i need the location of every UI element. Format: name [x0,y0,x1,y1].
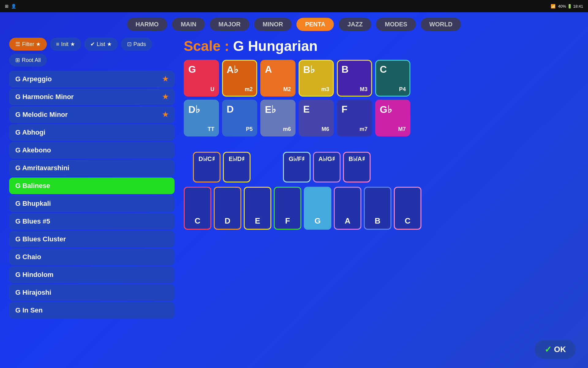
check-icon: ✓ [545,344,552,355]
list-item[interactable]: G Balinese [9,178,175,194]
nav-tabs: HARMO MAIN MAJOR MINOR PENTA JAZZ MODES … [0,12,588,35]
list-icon: ✔ [90,41,95,48]
tab-penta[interactable]: PENTA [296,18,334,31]
user-icon: 👤 [11,4,16,9]
black-key-DbCs[interactable]: D♭/C♯ [193,152,221,182]
note-card-Gb[interactable]: G♭ M7 [375,100,410,136]
status-bar: ⊞ 👤 📶 40% 🔋 18:41 [0,0,588,12]
tab-harmo[interactable]: HARMO [127,18,168,31]
white-key-C1[interactable]: C [184,187,211,230]
top-note-grid: G U A♭ m2 A M2 B♭ m3 B M3 C P4 [184,60,579,97]
main-layout: ☰ Filter ★ ≡ Init ★ ✔ List ★ ⊡ Pads ⊞ Ro… [0,35,588,366]
note-card-Eb[interactable]: E♭ m6 [260,100,296,136]
pads-button[interactable]: ⊡ Pads [121,38,152,51]
list-item[interactable]: G Melodic Minor★ [9,106,175,123]
white-key-C2[interactable]: C [394,187,421,230]
note-card-F[interactable]: F m7 [337,100,372,136]
note-card-Bb[interactable]: B♭ m3 [299,60,334,97]
list-item[interactable]: G Abhogi [9,124,175,141]
pads-icon: ⊡ [127,41,132,48]
list-item[interactable]: G Hirajoshi [9,284,175,301]
tab-major[interactable]: MAJOR [210,18,249,31]
note-card-A[interactable]: A M2 [260,60,296,97]
note-card-Db[interactable]: D♭ TT [184,100,219,136]
white-keys-row: C D E F G A B C [184,187,421,230]
rootall-icon: ⊞ [15,57,20,63]
piano-area: D♭/C♯ E♭/D♯ G♭/F♯ A♭/G♯ B♭/A♯ C D E F G … [184,152,579,230]
wifi-icon: 📶 [551,4,556,9]
list-item[interactable]: G Akebono [9,142,175,159]
white-key-D[interactable]: D [214,187,241,230]
black-key-GbFs[interactable]: G♭/F♯ [283,152,311,182]
status-right: 📶 40% 🔋 18:41 [551,4,583,9]
app-icon: ⊞ [5,4,9,9]
ok-button[interactable]: ✓ OK [535,340,576,359]
list-item[interactable]: G Harmonic Minor★ [9,89,175,105]
list-item[interactable]: G Bhupkali [9,195,175,212]
white-key-F[interactable]: F [274,187,301,230]
black-key-AbGs[interactable]: A♭/G♯ [313,152,341,182]
list-item[interactable]: G Blues #5 [9,213,175,230]
rootall-button[interactable]: ⊞ Root All [9,54,47,67]
star-icon: ★ [162,75,168,83]
sidebar-controls: ☰ Filter ★ ≡ Init ★ ✔ List ★ ⊡ Pads ⊞ Ro… [9,38,175,67]
content-area: Scale : G Hungarian G U A♭ m2 A M2 B♭ m3… [175,38,579,363]
bottom-note-grid: D♭ TT D P5 E♭ m6 E M6 F m7 G♭ M7 [184,100,579,136]
scale-title: Scale : G Hungarian [184,38,579,54]
tab-world[interactable]: WORLD [421,18,461,31]
note-card-Ab[interactable]: A♭ m2 [222,60,257,97]
white-key-A[interactable]: A [334,187,361,230]
star-icon: ★ [162,111,168,119]
black-key-BbAs[interactable]: B♭/A♯ [343,152,371,182]
tab-main[interactable]: MAIN [172,18,205,31]
list-item[interactable]: G Blues Cluster [9,231,175,247]
tab-modes[interactable]: MODES [376,18,416,31]
filter-icon: ☰ [15,41,20,48]
note-card-B[interactable]: B M3 [337,60,372,97]
list-item[interactable]: G In Sen [9,302,175,319]
init-button[interactable]: ≡ Init ★ [50,38,81,51]
white-key-E[interactable]: E [244,187,271,230]
list-item[interactable]: G Hindolom [9,266,175,283]
tab-jazz[interactable]: JAZZ [339,18,371,31]
note-card-C[interactable]: C P4 [375,60,410,97]
tab-minor[interactable]: MINOR [254,18,292,31]
note-card-E[interactable]: E M6 [299,100,334,136]
list-button[interactable]: ✔ List ★ [84,38,118,51]
list-item[interactable]: G Chaio [9,249,175,265]
black-key-EbDs[interactable]: E♭/D♯ [223,152,251,182]
note-card-D[interactable]: D P5 [222,100,257,136]
battery-status: 40% 🔋 18:41 [558,4,583,9]
init-icon: ≡ [56,41,59,48]
status-left: ⊞ 👤 [5,4,16,9]
list-item[interactable]: G Arpeggio★ [9,71,175,87]
sidebar: ☰ Filter ★ ≡ Init ★ ✔ List ★ ⊡ Pads ⊞ Ro… [9,38,175,363]
black-keys-row: D♭/C♯ E♭/D♯ G♭/F♯ A♭/G♯ B♭/A♯ [193,152,371,182]
white-key-G[interactable]: G [304,187,331,230]
list-item[interactable]: G Amritavarshini [9,160,175,176]
filter-button[interactable]: ☰ Filter ★ [9,38,47,51]
note-card-G[interactable]: G U [184,60,219,97]
white-key-B[interactable]: B [364,187,391,230]
scale-name: G Hungarian [233,38,318,54]
scale-list: G Arpeggio★G Harmonic Minor★G Melodic Mi… [9,71,175,319]
star-icon: ★ [162,93,168,101]
